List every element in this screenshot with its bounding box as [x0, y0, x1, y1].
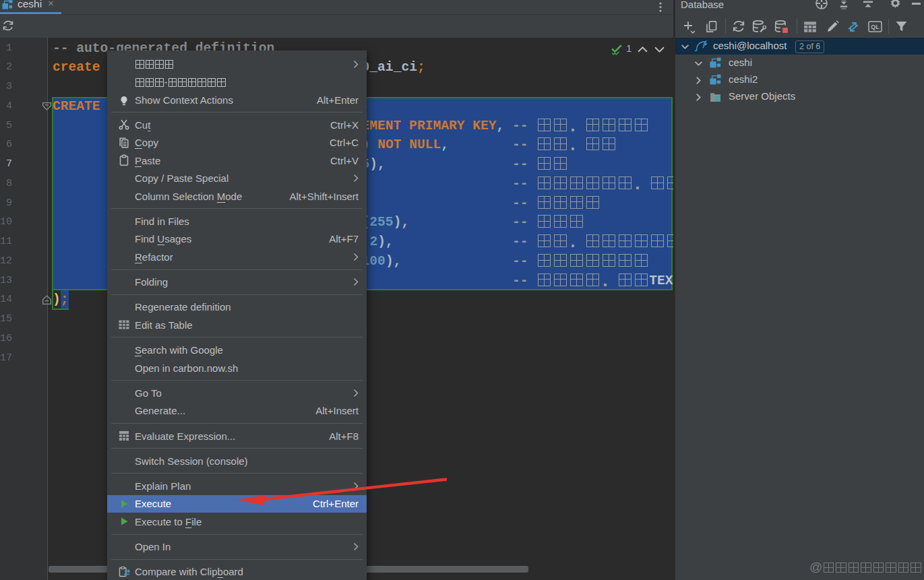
svg-text:QL: QL [871, 24, 880, 30]
